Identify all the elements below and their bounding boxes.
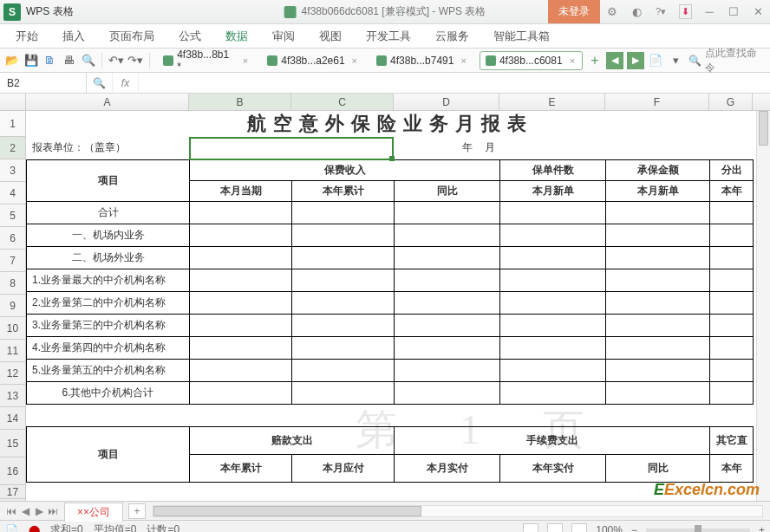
- col-header-a[interactable]: A: [26, 94, 189, 110]
- fx-cancel[interactable]: 🔍: [87, 73, 113, 93]
- doc-tab-label: 4f38b...c6081: [499, 55, 563, 67]
- row-label: 二、机场外业务: [27, 246, 190, 269]
- sub-compare: 同比: [395, 180, 500, 201]
- menu-smart[interactable]: 智能工具箱: [481, 24, 562, 48]
- menu-review[interactable]: 审阅: [260, 24, 307, 48]
- sheet-nav-first[interactable]: ⏮: [5, 505, 17, 517]
- tab-nav-right[interactable]: ▶: [627, 52, 644, 69]
- row-header[interactable]: 17: [0, 485, 25, 499]
- sheet-tab[interactable]: ××公司: [64, 503, 123, 522]
- row-header[interactable]: 16: [0, 457, 25, 485]
- close-tab-icon[interactable]: ×: [570, 55, 575, 66]
- zoom-label[interactable]: 100%: [596, 524, 623, 533]
- doc-tab-4[interactable]: 4f38b...c6081×: [480, 51, 583, 70]
- row-header[interactable]: 12: [0, 362, 25, 385]
- doc-tab-1[interactable]: 4f38b...8b1 *×: [157, 51, 256, 70]
- save-icon[interactable]: 💾: [23, 52, 40, 69]
- col-header-b[interactable]: B: [189, 94, 291, 110]
- row-header[interactable]: 2: [0, 137, 25, 159]
- settings-icon[interactable]: [600, 0, 624, 23]
- menu-dev[interactable]: 开发工具: [354, 24, 423, 48]
- row-header[interactable]: 13: [0, 385, 25, 407]
- table-row: 5.业务量第五的中介机构名称: [27, 359, 754, 381]
- skin-icon[interactable]: [624, 0, 649, 23]
- column-headers: A B C D E F G: [0, 94, 770, 111]
- doc-tab-3[interactable]: 4f38b...b7491×: [370, 51, 474, 70]
- formula-input[interactable]: [139, 73, 770, 93]
- zoom-slider[interactable]: [646, 529, 750, 532]
- menu-formula[interactable]: 公式: [166, 24, 213, 48]
- row-header[interactable]: 3: [0, 159, 25, 182]
- cell-area[interactable]: 第 1 页 航空意外保险业务月报表 报表单位：（盖章） 年 月 项目 保费收入 …: [26, 111, 770, 501]
- more-icon[interactable]: 📄: [647, 52, 664, 69]
- col-header-g[interactable]: G: [709, 94, 753, 110]
- sub2-month-paid: 本月实付: [395, 454, 500, 482]
- redo-icon[interactable]: ↷▾: [127, 52, 144, 69]
- row-header[interactable]: 7: [0, 250, 25, 272]
- menu-data[interactable]: 数据: [213, 24, 260, 48]
- login-button[interactable]: 未登录: [548, 0, 600, 23]
- close-icon[interactable]: [746, 0, 770, 23]
- help-icon[interactable]: [649, 0, 673, 23]
- print-icon[interactable]: 🖶: [61, 52, 78, 69]
- maximize-icon[interactable]: [721, 0, 746, 23]
- view-layout-button[interactable]: [547, 523, 563, 533]
- view-normal-button[interactable]: [523, 523, 538, 533]
- name-box[interactable]: B2: [0, 73, 87, 93]
- add-sheet-button[interactable]: +: [128, 503, 146, 519]
- col-header-d[interactable]: D: [394, 94, 499, 110]
- preview-icon[interactable]: 🔍: [80, 52, 97, 69]
- list-icon[interactable]: ▾: [668, 52, 685, 69]
- row-header[interactable]: 9: [0, 295, 25, 317]
- menu-view[interactable]: 视图: [307, 24, 354, 48]
- sub2-month-due: 本月应付: [292, 454, 395, 482]
- sheet-nav-next[interactable]: ▶: [33, 505, 45, 517]
- menu-cloud[interactable]: 云服务: [423, 24, 481, 48]
- row-header[interactable]: 8: [0, 272, 25, 295]
- download-icon[interactable]: [673, 0, 697, 23]
- command-search[interactable]: 🔍 点此查找命令: [688, 46, 767, 75]
- sheet-nav-last[interactable]: ⏭: [47, 505, 59, 517]
- col-header-e[interactable]: E: [499, 94, 605, 110]
- sub-year-total: 本年累计: [292, 180, 395, 201]
- row-header[interactable]: 1: [0, 111, 25, 137]
- close-tab-icon[interactable]: ×: [352, 55, 357, 66]
- vertical-scrollbar[interactable]: [756, 111, 770, 501]
- sub-month-new2: 本月新单: [606, 180, 710, 201]
- status-sum: 求和=0: [50, 522, 83, 532]
- row-header[interactable]: 6: [0, 227, 25, 250]
- open-icon[interactable]: 📂: [3, 52, 21, 69]
- zoom-in-button[interactable]: +: [759, 524, 765, 533]
- sub2-year-total: 本年累计: [190, 454, 292, 482]
- horizontal-scrollbar[interactable]: [153, 505, 763, 517]
- menu-layout[interactable]: 页面布局: [97, 24, 166, 48]
- row-header[interactable]: 4: [0, 182, 25, 204]
- tab-nav-left[interactable]: ◀: [606, 52, 623, 69]
- zoom-out-button[interactable]: −: [631, 524, 637, 533]
- row-header[interactable]: 5: [0, 204, 25, 227]
- undo-icon[interactable]: ↶▾: [108, 52, 125, 69]
- select-all-corner[interactable]: [0, 94, 26, 110]
- sub-year2: 本年: [710, 180, 754, 201]
- close-tab-icon[interactable]: ×: [460, 55, 466, 66]
- add-tab-button[interactable]: +: [586, 52, 604, 69]
- month-label: 月: [485, 141, 495, 153]
- menu-insert[interactable]: 插入: [50, 24, 97, 48]
- col-header-f[interactable]: F: [605, 94, 709, 110]
- view-break-button[interactable]: [571, 523, 587, 533]
- sheet-nav-prev[interactable]: ◀: [19, 505, 31, 517]
- menu-start[interactable]: 开始: [3, 24, 50, 48]
- minimize-icon[interactable]: [697, 0, 721, 23]
- doc-icon: [284, 6, 297, 18]
- edit-mode-icon[interactable]: 📄: [5, 524, 18, 533]
- fx-button[interactable]: fx: [113, 73, 139, 93]
- doc-tab-2[interactable]: 4f38b...a2e61×: [261, 51, 365, 70]
- col-header-c[interactable]: C: [291, 94, 394, 110]
- row-header[interactable]: 11: [0, 340, 25, 362]
- row-header[interactable]: 10: [0, 317, 25, 340]
- record-icon[interactable]: ⬤: [29, 524, 40, 533]
- row-header[interactable]: 14: [0, 407, 25, 430]
- row-header[interactable]: 15: [0, 430, 25, 457]
- export-icon[interactable]: 🗎: [42, 52, 59, 69]
- close-tab-icon[interactable]: ×: [243, 55, 248, 66]
